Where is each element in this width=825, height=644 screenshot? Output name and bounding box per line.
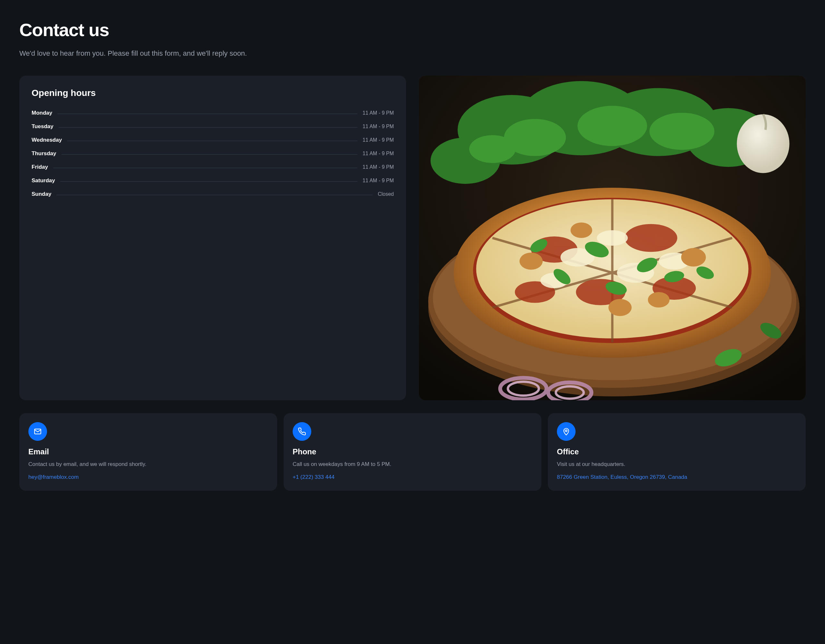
- hours-divider: [59, 127, 357, 128]
- pin-icon: [557, 422, 576, 441]
- svg-point-30: [519, 253, 543, 270]
- contact-card-link[interactable]: +1 (222) 333 444: [293, 473, 335, 481]
- hours-row: Tuesday11 AM - 9 PM: [32, 123, 394, 130]
- phone-icon: [293, 422, 311, 441]
- page-title: Contact us: [19, 19, 806, 40]
- hours-time: 11 AM - 9 PM: [363, 110, 394, 116]
- hours-time: 11 AM - 9 PM: [363, 164, 394, 170]
- contact-card-title: Office: [557, 447, 797, 456]
- contact-card-phone: PhoneCall us on weekdays from 9 AM to 5 …: [284, 413, 541, 491]
- hours-time: 11 AM - 9 PM: [363, 124, 394, 129]
- hours-time: Closed: [378, 191, 394, 197]
- svg-point-21: [624, 224, 677, 252]
- contact-card-email: EmailContact us by email, and we will re…: [19, 413, 277, 491]
- hero-image: [419, 75, 806, 400]
- hours-day: Thursday: [32, 150, 56, 157]
- hours-row: Thursday11 AM - 9 PM: [32, 150, 394, 157]
- svg-point-49: [565, 430, 567, 431]
- hours-day: Saturday: [32, 177, 55, 184]
- hours-divider: [56, 195, 372, 195]
- hours-divider: [53, 168, 357, 168]
- hours-time: 11 AM - 9 PM: [363, 178, 394, 183]
- hours-divider: [67, 141, 357, 141]
- svg-point-29: [597, 230, 628, 246]
- contact-card-desc: Call us on weekdays from 9 AM to 5 PM.: [293, 460, 532, 468]
- hours-time: 11 AM - 9 PM: [363, 137, 394, 143]
- contact-card-desc: Visit us at our headquarters.: [557, 460, 797, 468]
- hours-time: 11 AM - 9 PM: [363, 151, 394, 157]
- hours-day: Wednesday: [32, 137, 62, 143]
- hours-row: Monday11 AM - 9 PM: [32, 110, 394, 116]
- contact-card-link[interactable]: hey@frameblox.com: [28, 473, 79, 481]
- svg-point-32: [609, 299, 632, 316]
- page-subtitle: We'd love to hear from you. Please fill …: [19, 49, 806, 58]
- svg-point-34: [648, 292, 669, 308]
- svg-point-9: [469, 135, 516, 163]
- svg-point-31: [681, 248, 706, 267]
- top-section: Opening hours Monday11 AM - 9 PMTuesday1…: [19, 75, 806, 400]
- svg-point-33: [570, 222, 592, 238]
- hours-day: Tuesday: [32, 123, 54, 130]
- contact-card-office: OfficeVisit us at our headquarters.87266…: [548, 413, 806, 491]
- svg-point-10: [737, 114, 789, 173]
- svg-point-8: [649, 113, 714, 150]
- header: Contact us We'd love to hear from you. P…: [19, 19, 806, 58]
- opening-hours-list: Monday11 AM - 9 PMTuesday11 AM - 9 PMWed…: [32, 110, 394, 197]
- hours-row: Friday11 AM - 9 PM: [32, 164, 394, 170]
- hours-row: Saturday11 AM - 9 PM: [32, 177, 394, 184]
- hours-row: Wednesday11 AM - 9 PM: [32, 137, 394, 143]
- hours-row: SundayClosed: [32, 191, 394, 197]
- hours-day: Sunday: [32, 191, 51, 197]
- opening-hours-title: Opening hours: [32, 88, 394, 98]
- mail-icon: [28, 422, 47, 441]
- opening-hours-card: Opening hours Monday11 AM - 9 PMTuesday1…: [19, 75, 406, 400]
- hours-divider: [57, 114, 357, 114]
- contact-cards-row: EmailContact us by email, and we will re…: [19, 413, 806, 491]
- contact-card-title: Email: [28, 447, 268, 456]
- contact-card-desc: Contact us by email, and we will respond…: [28, 460, 268, 468]
- contact-card-title: Phone: [293, 447, 532, 456]
- hours-divider: [60, 181, 357, 182]
- hours-day: Friday: [32, 164, 48, 170]
- contact-card-link[interactable]: 87266 Green Station, Euless, Oregon 2673…: [557, 473, 688, 481]
- svg-point-7: [578, 106, 647, 146]
- hours-day: Monday: [32, 110, 52, 116]
